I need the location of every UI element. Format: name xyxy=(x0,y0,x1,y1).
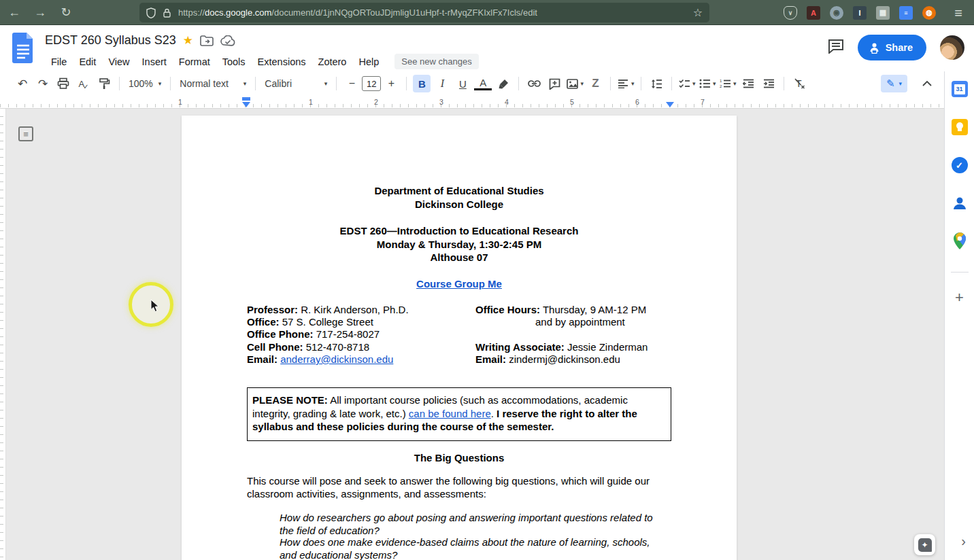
menu-view[interactable]: View xyxy=(102,55,135,69)
google-contacts-icon[interactable] xyxy=(951,194,969,212)
google-maps-icon[interactable] xyxy=(951,232,969,250)
document-outline-icon[interactable]: ≡ xyxy=(18,126,33,141)
url-prefix: https:// xyxy=(178,7,205,18)
menu-edit[interactable]: Edit xyxy=(73,55,102,69)
google-keep-icon[interactable] xyxy=(951,118,969,136)
move-folder-icon[interactable] xyxy=(200,35,214,46)
acrobat-extension-icon[interactable]: A xyxy=(807,6,820,20)
left-indent-marker[interactable] xyxy=(242,102,250,107)
email-line: Email: anderray@dickinson.edu xyxy=(247,353,471,366)
address-bar[interactable]: https://docs.google.com/document/d/1jnNQ… xyxy=(139,3,709,22)
professor-line: Professor: R. Kirk Anderson, Ph.D. xyxy=(247,304,471,316)
menu-zotero[interactable]: Zotero xyxy=(312,55,353,69)
back-icon[interactable]: ← xyxy=(4,2,24,22)
google-docs-logo[interactable] xyxy=(12,32,35,66)
styles-select[interactable]: Normal text▾ xyxy=(175,78,250,89)
increase-font-size-button[interactable]: + xyxy=(382,75,400,92)
collapse-toolbar-icon[interactable] xyxy=(918,75,936,92)
menu-extensions[interactable]: Extensions xyxy=(252,55,312,69)
ruler-number: 3 xyxy=(437,98,446,106)
bulleted-list-icon[interactable]: ▾ xyxy=(699,75,716,92)
course-group-me-link[interactable]: Course Group Me xyxy=(416,278,502,290)
wa-email-line: Email: zindermj@dickinson.edu xyxy=(475,353,679,366)
line-spacing-icon[interactable] xyxy=(648,75,665,92)
toolbar-separator xyxy=(784,77,784,90)
text-color-button[interactable]: A xyxy=(474,77,492,90)
menu-insert[interactable]: Insert xyxy=(136,55,173,69)
clear-formatting-icon[interactable]: T xyxy=(790,75,808,92)
right-indent-marker[interactable] xyxy=(666,102,674,107)
url-text[interactable]: https://docs.google.com/document/d/1jnNQ… xyxy=(178,7,688,18)
shield-icon[interactable] xyxy=(146,7,156,18)
share-button[interactable]: Share xyxy=(858,35,926,60)
decrease-font-size-button[interactable]: − xyxy=(343,75,360,92)
star-icon[interactable]: ★ xyxy=(183,33,193,48)
office-hours-line2: and by appointment xyxy=(475,316,679,328)
lock-icon[interactable] xyxy=(163,7,171,18)
extension-icon-orange[interactable]: ◍ xyxy=(922,6,936,20)
checklist-icon[interactable]: ▾ xyxy=(678,75,696,92)
menu-help[interactable]: Help xyxy=(352,55,385,69)
hide-side-panel-icon[interactable]: › xyxy=(961,533,966,549)
add-comment-icon[interactable] xyxy=(545,75,563,92)
vertical-ruler[interactable] xyxy=(0,109,6,560)
bold-button[interactable]: B xyxy=(413,75,431,92)
google-tasks-icon[interactable]: ✓ xyxy=(951,156,969,174)
highlight-color-icon[interactable] xyxy=(494,75,512,92)
see-new-changes-button[interactable]: See new changes xyxy=(394,54,478,69)
print-icon[interactable] xyxy=(54,75,72,92)
numbered-list-icon[interactable]: 12 ▾ xyxy=(719,75,737,92)
google-calendar-icon[interactable]: 31 xyxy=(951,80,969,98)
horizontal-ruler[interactable]: 1 1 2 3 4 5 6 7 xyxy=(0,96,944,109)
user-avatar[interactable] xyxy=(940,35,964,60)
ruler-number: 6 xyxy=(633,98,641,106)
docs-extension-icon[interactable]: ≡ xyxy=(899,6,913,20)
first-line-indent-marker[interactable] xyxy=(242,97,250,101)
document-area: ≡ Department of Educational Studies Dick… xyxy=(6,109,944,560)
bookmark-star-icon[interactable]: ☆ xyxy=(693,6,703,19)
menu-format[interactable]: Format xyxy=(173,55,216,69)
pocket-extension-icon[interactable]: ∨ xyxy=(784,6,797,20)
browser-menu-icon[interactable]: ≡ xyxy=(948,3,969,23)
paint-format-icon[interactable] xyxy=(95,75,113,92)
menu-bar: File Edit View Insert Format Tools Exten… xyxy=(45,54,479,69)
italic-button[interactable]: I xyxy=(433,75,451,92)
insert-link-icon[interactable] xyxy=(525,75,543,92)
professor-email-link[interactable]: anderray@dickinson.edu xyxy=(280,353,393,365)
forward-icon[interactable]: → xyxy=(30,2,50,22)
policies-link[interactable]: can be found here xyxy=(409,408,491,419)
extension-icon-circle[interactable]: ◉ xyxy=(830,6,843,20)
document-page[interactable]: Department of Educational Studies Dickin… xyxy=(182,116,737,560)
ruler-number: 5 xyxy=(568,98,576,106)
editing-mode-button[interactable]: ✎▾ xyxy=(881,75,907,92)
side-panel: 31 ✓ + xyxy=(944,71,974,560)
cloud-status-icon[interactable] xyxy=(220,35,235,46)
spell-check-icon[interactable]: A✓ xyxy=(75,75,93,92)
menu-tools[interactable]: Tools xyxy=(216,55,252,69)
contact-left-column: Professor: R. Kirk Anderson, Ph.D. Offic… xyxy=(247,304,471,366)
underline-button[interactable]: U xyxy=(454,75,471,92)
decrease-indent-icon[interactable] xyxy=(739,75,757,92)
document-title[interactable]: EDST 260 Syllabus S23 xyxy=(45,33,176,48)
redo-icon[interactable]: ↷ xyxy=(34,75,52,92)
extension-icon-i[interactable]: I xyxy=(853,6,867,20)
font-select[interactable]: Calibri▾ xyxy=(261,78,331,89)
zoom-select[interactable]: 100%▾ xyxy=(124,78,165,89)
menu-file[interactable]: File xyxy=(45,55,73,69)
extension-icon-gray[interactable]: ▦ xyxy=(876,6,890,20)
undo-icon[interactable]: ↶ xyxy=(14,75,31,92)
zotero-icon[interactable]: Z xyxy=(586,75,604,92)
increase-indent-icon[interactable] xyxy=(760,75,777,92)
big-question-2: How does one make evidence-based claims … xyxy=(280,536,665,560)
office-hours-line: Office Hours: Thursday, 9 AM-12 PM xyxy=(475,304,679,316)
comment-history-icon[interactable] xyxy=(828,39,844,56)
align-icon[interactable]: ▾ xyxy=(617,75,635,92)
contact-right-column: Office Hours: Thursday, 9 AM-12 PM and b… xyxy=(475,304,679,366)
get-addons-plus-icon[interactable]: + xyxy=(955,289,964,307)
insert-image-icon[interactable]: ▾ xyxy=(566,75,584,92)
ruler-number: 1 xyxy=(176,98,184,106)
toolbar-separator xyxy=(641,77,641,90)
font-size-input[interactable]: 12 xyxy=(362,76,381,91)
reload-icon[interactable]: ↻ xyxy=(56,2,76,22)
explore-button[interactable]: ✦ xyxy=(914,534,935,555)
